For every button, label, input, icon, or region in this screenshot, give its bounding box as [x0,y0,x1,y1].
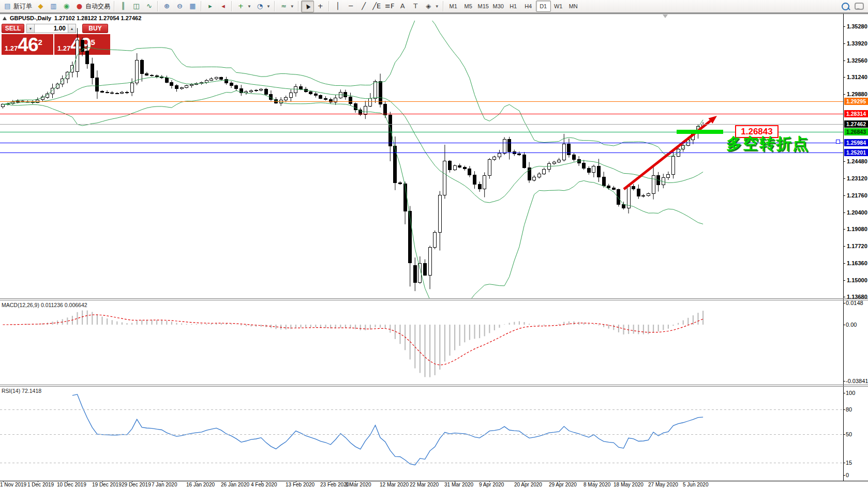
price-tag: 1.27462 [844,120,868,128]
support-highlight-bar[interactable] [677,130,723,134]
candle [403,184,407,211]
price-axis-label: 1.19080 [847,226,867,232]
candle [424,264,427,275]
bar-chart-button[interactable]: ║ [117,1,130,12]
date-axis-label: 1 Nov 2019 [0,482,26,487]
text-button[interactable]: A [396,1,409,12]
line-selection-handle[interactable] [836,140,840,144]
rsi-pane[interactable] [0,386,843,480]
chat-icon[interactable] [855,3,864,10]
trendline-button[interactable]: ╱ [357,1,370,12]
candle [607,186,610,188]
chart-shift-button[interactable]: ◂ [217,1,230,12]
axis-tick [843,475,845,476]
horizontal-line-button[interactable]: ─ [345,1,357,12]
data-window-button[interactable]: ▥ [47,1,60,12]
candle [349,97,352,103]
chart-shift-marker[interactable] [663,14,668,18]
dropdown-arrow-icon[interactable]: ▼ [290,4,294,9]
turning-point-text[interactable]: 多空转折点 [726,133,809,155]
macd-pane[interactable] [0,300,843,385]
axis-tick [843,43,845,44]
price-axis-label: 1.20400 [847,209,867,216]
axis-tick [843,263,845,264]
signals-button[interactable]: ◉ [60,1,73,12]
date-axis-label: 29 Apr 2020 [549,482,577,487]
candle [552,162,556,164]
market-watch-button[interactable]: ◆ [34,1,47,12]
candle [533,177,536,180]
candle [165,78,168,83]
candle [170,83,173,86]
axis-tick [843,381,845,382]
dropdown-arrow-icon[interactable]: ▼ [247,4,251,9]
candle [537,174,541,177]
indicators-button[interactable]: ≈▼ [277,1,296,12]
macd-label: MACD(12,26,9) 0.011236 0.006642 [2,302,87,308]
shapes-button[interactable]: ◈▼ [422,1,441,12]
new-order-button[interactable]: ▤新订单 [1,1,34,12]
auto-scroll-button[interactable]: ▸ [204,1,217,12]
horizontal-level-line[interactable] [0,101,843,102]
candle [210,79,213,80]
candle [438,195,441,233]
zoom-out-button[interactable]: ⊖ [173,1,186,12]
date-axis-label: 1 Dec 2019 [27,482,54,487]
dropdown-arrow-icon[interactable]: ▼ [435,4,439,9]
date-axis-label: 27 May 2020 [648,482,678,487]
horizontal-level-line[interactable] [0,124,843,125]
timeframe-h1-button[interactable]: H1 [506,1,521,12]
candle [642,195,645,196]
horizontal-level-line[interactable] [0,152,843,153]
rsi-pane-separator[interactable] [0,385,868,385]
autotrade-button[interactable]: ●自动交易 [73,1,112,12]
date-axis-label: 13 Feb 2020 [286,482,315,487]
timeframe-mn-button[interactable]: MN [566,1,581,12]
new-chart-button[interactable]: +▼ [234,1,253,12]
line-chart-button[interactable]: ∿ [143,1,156,12]
price-tag: 1.25984 [844,139,868,146]
axis-tick [843,229,845,230]
dropdown-arrow-icon[interactable]: ▼ [266,4,271,9]
profiles-button[interactable]: ◔▼ [253,1,273,12]
timeframe-h4-button[interactable]: H4 [521,1,536,12]
date-axis-label: 8 May 2020 [583,482,610,487]
timeframe-w1-button[interactable]: W1 [551,1,566,12]
timeframe-m1-button[interactable]: M1 [446,1,461,12]
candle [394,146,397,182]
date-axis-label: 5 Jun 2020 [683,482,709,487]
price-axis-label: 1.15000 [847,277,867,283]
tile-windows-button[interactable]: ▦ [186,1,199,12]
candle [339,93,342,98]
crosshair-button[interactable]: + [314,1,327,12]
macd-pane-separator[interactable] [0,298,868,299]
horizontal-level-line[interactable] [0,114,843,114]
toolbar-separator [328,1,331,11]
candle [672,156,675,174]
fibonacci-button[interactable]: ≡F [383,1,396,12]
horizontal-level-line[interactable] [0,143,843,143]
price-pane[interactable] [0,21,843,298]
cursor-button[interactable]: ▲ [301,1,314,12]
timeframe-m15-button[interactable]: M15 [476,1,491,12]
candlestick-chart-button[interactable]: ◫ [130,1,143,12]
timeframe-m5-button[interactable]: M5 [461,1,476,12]
toolbar-separator [157,1,159,11]
rsi-axis-label: 100 [846,390,855,396]
candle [264,89,267,94]
candle [468,169,471,175]
candle [652,176,655,194]
candle [493,157,496,160]
timeframe-d1-button[interactable]: D1 [536,1,551,12]
candle [220,78,223,80]
label-button[interactable]: T [409,1,422,12]
search-icon[interactable] [842,3,849,10]
candle [582,163,586,169]
zoom-in-button[interactable]: ⊕ [160,1,173,12]
candle [597,166,601,177]
chart-shift-icon: ◂ [219,2,228,10]
vertical-line-button[interactable]: │ [332,1,345,12]
date-axis-label: 4 Feb 2020 [251,482,277,487]
timeframe-m30-button[interactable]: M30 [491,1,506,12]
channel-button[interactable]: ╱E [370,1,383,12]
